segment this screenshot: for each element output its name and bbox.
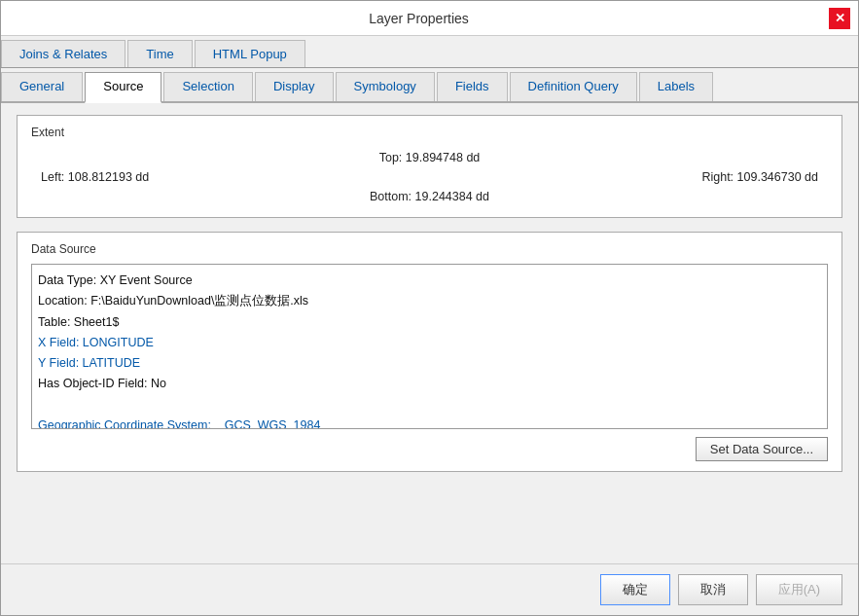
ds-line-7: Geographic Coordinate System: GCS_WGS_19…: [38, 416, 821, 429]
layer-properties-dialog: Layer Properties ✕ Joins & Relates Time …: [0, 0, 859, 616]
ds-line-3: X Field: LONGITUDE: [38, 333, 821, 353]
extent-center-empty: [297, 170, 562, 184]
extent-top-label: Top:: [379, 151, 403, 164]
tab-fields[interactable]: Fields: [437, 72, 508, 101]
extent-top-empty-right: [562, 151, 828, 164]
cancel-button[interactable]: 取消: [678, 574, 748, 605]
extent-top: Top: 19.894748 dd: [297, 151, 562, 164]
extent-left-label: Left:: [41, 170, 64, 184]
tabs-row2: General Source Selection Display Symbolo…: [1, 68, 858, 103]
data-source-scroll[interactable]: Data Type: XY Event Source Location: F:\…: [31, 264, 828, 429]
title-bar: Layer Properties ✕: [1, 1, 858, 36]
footer: 确定 取消 应用(A): [1, 563, 858, 615]
ds-line-5: Has Object-ID Field: No: [38, 374, 821, 394]
tab-definition-query[interactable]: Definition Query: [510, 72, 637, 101]
tab-joins-relates[interactable]: Joins & Relates: [1, 40, 125, 67]
data-source-label: Data Source: [31, 242, 828, 256]
ds-line-6: [38, 395, 821, 416]
tab-symbology[interactable]: Symbology: [336, 72, 435, 101]
extent-left: Left: 108.812193 dd: [31, 170, 297, 184]
ds-line-4: Y Field: LATITUDE: [38, 353, 821, 374]
tabs-row1: Joins & Relates Time HTML Popup: [1, 36, 858, 68]
extent-top-empty-left: [31, 151, 297, 164]
set-data-source-btn-row: Set Data Source...: [31, 437, 828, 461]
tab-general[interactable]: General: [1, 72, 83, 101]
ds-line-1: Location: F:\BaiduYunDownload\监测点位数据.xls: [38, 291, 821, 311]
tab-time[interactable]: Time: [127, 40, 192, 67]
close-button[interactable]: ✕: [829, 8, 850, 29]
extent-right-value: 109.346730 dd: [737, 170, 818, 184]
extent-bottom: Bottom: 19.244384 dd: [297, 190, 562, 203]
tab-source[interactable]: Source: [85, 72, 161, 103]
tab-html-popup[interactable]: HTML Popup: [195, 40, 305, 67]
data-source-section: Data Source Data Type: XY Event Source L…: [17, 232, 842, 472]
extent-section: Extent Top: 19.894748 dd Left: 108.81219…: [17, 115, 842, 218]
tab-labels[interactable]: Labels: [639, 72, 713, 101]
extent-grid: Top: 19.894748 dd Left: 108.812193 dd Ri…: [31, 147, 828, 207]
apply-button[interactable]: 应用(A): [756, 574, 842, 605]
extent-left-value: 108.812193 dd: [68, 170, 149, 184]
set-data-source-button[interactable]: Set Data Source...: [696, 437, 828, 461]
extent-right-label: Right:: [701, 170, 734, 184]
extent-bottom-empty-right: [562, 190, 828, 203]
ok-button[interactable]: 确定: [600, 574, 670, 605]
extent-label: Extent: [31, 126, 828, 139]
dialog-title: Layer Properties: [9, 11, 829, 26]
tab-selection[interactable]: Selection: [163, 72, 252, 101]
extent-bottom-value: 19.244384 dd: [415, 190, 489, 203]
extent-right: Right: 109.346730 dd: [562, 170, 828, 184]
ds-line-0: Data Type: XY Event Source: [38, 271, 821, 291]
extent-bottom-empty-left: [31, 190, 297, 203]
content-area: Extent Top: 19.894748 dd Left: 108.81219…: [1, 103, 858, 563]
extent-top-value: 19.894748 dd: [406, 151, 480, 164]
tab-display[interactable]: Display: [255, 72, 334, 101]
extent-bottom-label: Bottom:: [370, 190, 412, 203]
ds-line-2: Table: Sheet1$: [38, 312, 821, 333]
